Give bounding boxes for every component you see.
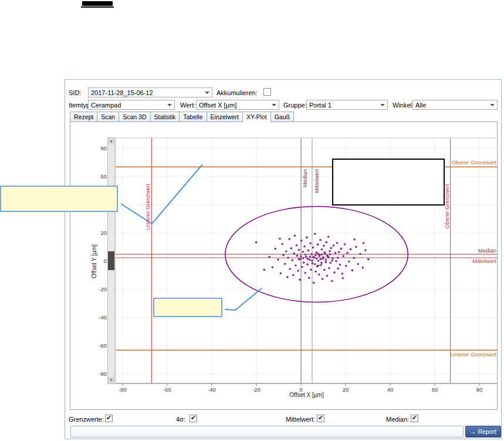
grenzwerte-checkbox[interactable]	[105, 415, 113, 422]
y-tick-label: -80	[99, 371, 107, 377]
data-point	[294, 235, 296, 237]
data-point	[304, 272, 306, 274]
x-tick-label: -40	[208, 386, 216, 393]
y-tick-label: 0	[104, 258, 107, 264]
wert-dropdown[interactable]: Offset X [µm]	[196, 100, 279, 110]
data-point	[317, 253, 319, 255]
y-tick-label: 20	[100, 230, 107, 236]
data-point	[290, 247, 293, 250]
redacted-link[interactable]	[82, 1, 113, 6]
data-point	[333, 271, 336, 274]
data-point	[337, 257, 339, 259]
mittelwert-checkbox[interactable]	[317, 415, 324, 422]
tab-xy-plot[interactable]: XY-Plot	[242, 112, 271, 122]
data-point	[364, 249, 367, 251]
data-point	[309, 255, 312, 258]
sid-value: 2017-11-28_15-06-12	[91, 89, 153, 96]
scroll-down-icon[interactable]: ▼	[108, 377, 114, 383]
data-point	[303, 261, 305, 264]
label-mittelwert-x: Mittelwert	[313, 169, 320, 193]
data-point	[359, 253, 361, 255]
data-point	[268, 256, 270, 258]
data-point	[307, 258, 309, 260]
x-axis-title: Offset X [µm]	[289, 392, 324, 398]
data-point	[341, 272, 344, 275]
mittelwert-label: Mittelwert:	[286, 416, 315, 423]
gruppe-dropdown[interactable]: Portal 1	[306, 100, 388, 110]
data-point	[337, 267, 339, 270]
data-point	[334, 252, 337, 254]
x-tick-label: 80	[476, 386, 483, 393]
data-point	[355, 246, 357, 248]
data-point	[297, 270, 299, 272]
grenzwerte-label: Grenzwerte:	[69, 416, 104, 423]
tab-tabelle[interactable]: Tabelle	[179, 112, 207, 122]
x-tick-label: -80	[119, 386, 127, 393]
redacted-link-underline	[81, 6, 114, 8]
data-point	[321, 253, 323, 255]
winkel-label: Winkel:	[393, 102, 414, 109]
data-point	[326, 275, 329, 277]
scrollbar-track[interactable]	[108, 144, 114, 377]
data-point	[296, 255, 299, 257]
four-sigma-checkbox[interactable]	[190, 415, 197, 422]
data-point	[308, 277, 310, 280]
chevron-down-icon	[490, 104, 495, 106]
data-point	[324, 261, 327, 264]
tab-scan[interactable]: Scan	[97, 112, 119, 122]
data-point	[348, 261, 350, 263]
data-point	[288, 238, 290, 240]
y-tick-label: 80	[100, 145, 107, 152]
tab-rezept[interactable]: Rezept	[70, 112, 97, 122]
sid-label: SID:	[69, 89, 81, 96]
data-point	[297, 258, 300, 261]
data-point	[299, 279, 301, 281]
data-point	[330, 247, 333, 250]
data-point	[321, 248, 323, 251]
data-point	[326, 254, 329, 257]
data-point	[338, 251, 340, 253]
x-tick-label: 40	[387, 386, 394, 393]
data-point	[335, 260, 337, 262]
vertical-scrollbar[interactable]: ▲ ▼	[107, 137, 115, 384]
sid-dropdown[interactable]: 2017-11-28_15-06-12	[88, 87, 212, 97]
median-checkbox[interactable]	[411, 415, 418, 422]
scrollbar-thumb[interactable]	[108, 251, 114, 270]
tab-einzelwert[interactable]: Einzelwert	[207, 112, 243, 122]
winkel-dropdown[interactable]: Alle	[412, 100, 498, 110]
data-point	[312, 256, 314, 258]
data-point	[325, 259, 327, 261]
status-bar	[70, 426, 464, 437]
data-point	[342, 255, 344, 257]
data-point	[300, 240, 303, 242]
x-tick-label: -60	[163, 386, 171, 393]
data-point	[331, 260, 333, 262]
data-point	[323, 245, 325, 247]
label-unterer-grenzwert-x: Unterer Grenzwert	[144, 184, 151, 230]
data-point	[295, 264, 297, 267]
data-point	[320, 258, 322, 261]
data-point	[289, 268, 292, 270]
data-point	[357, 263, 360, 265]
data-point	[284, 263, 286, 265]
y-tick-label: -40	[99, 314, 107, 321]
akkumulieren-checkbox[interactable]	[263, 88, 271, 96]
data-point	[281, 243, 283, 245]
data-point	[316, 257, 318, 260]
data-point	[339, 264, 341, 266]
legend-box-redacted	[332, 159, 445, 206]
tab-gauss[interactable]: Gauß	[270, 112, 294, 122]
tab-scan-3d[interactable]: Scan 3D	[119, 112, 150, 122]
data-point	[263, 269, 266, 271]
data-point	[318, 255, 320, 257]
main-panel: SID: 2017-11-28_15-06-12 Akkumulieren: I…	[65, 79, 502, 439]
data-point	[282, 254, 285, 257]
data-point	[322, 278, 324, 280]
data-point	[329, 250, 331, 253]
report-button[interactable]: → Report	[465, 426, 501, 437]
gruppe-value: Portal 1	[309, 102, 332, 109]
data-point	[306, 264, 309, 266]
scroll-up-icon[interactable]: ▲	[108, 138, 114, 144]
itemtyp-dropdown[interactable]: Cerampad	[88, 100, 175, 110]
tab-statistik[interactable]: Statistik	[150, 112, 180, 122]
